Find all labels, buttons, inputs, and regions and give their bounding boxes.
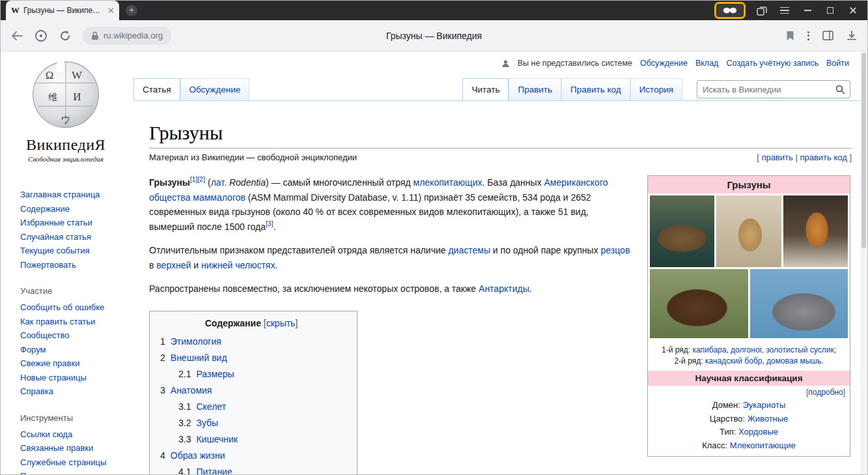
jerboa-photo[interactable] xyxy=(716,195,781,267)
value-link[interactable]: Млекопитающие xyxy=(730,440,796,450)
menu-icon[interactable] xyxy=(778,4,791,17)
toc-item[interactable]: 1Этимология xyxy=(160,334,343,350)
sidebar-item-main-page[interactable]: Заглавная страница xyxy=(20,188,124,202)
beaver-photo[interactable] xyxy=(650,269,748,338)
sidebar-item-donate[interactable]: Пожертвовать xyxy=(20,258,124,272)
table-of-contents: Содержание [скрыть] 1Этимология 2Внешний… xyxy=(149,311,357,475)
inline-link[interactable]: скрыть xyxy=(266,318,296,328)
toc-item[interactable]: 3.2Зубы xyxy=(160,415,343,431)
search-icon[interactable] xyxy=(835,85,850,94)
sidebar-item-report-error[interactable]: Сообщить об ошибке xyxy=(20,300,124,315)
tab-history[interactable]: История xyxy=(630,78,682,100)
inline-link[interactable]: нижней челюстях xyxy=(201,260,275,270)
sidebar-item-current-events[interactable]: Текущие события xyxy=(20,244,124,258)
search-input[interactable] xyxy=(697,81,835,98)
sidebar-item-what-links-here[interactable]: Ссылки сюда xyxy=(20,427,124,442)
personal-link-talk[interactable]: Обсуждение xyxy=(640,59,688,68)
sidebar-item-forum[interactable]: Форум xyxy=(20,343,124,357)
tab-read[interactable]: Читать xyxy=(462,78,509,100)
tab-close-icon[interactable] xyxy=(107,7,114,14)
golden-ground-squirrel-photo[interactable] xyxy=(783,195,848,267)
toc-item[interactable]: 4Образ жизни xyxy=(160,448,343,464)
kebab-menu-icon[interactable] xyxy=(807,31,809,40)
inline-link[interactable]: млекопитающих xyxy=(413,177,483,188)
text-span: ] xyxy=(847,152,852,162)
personal-link-create-account[interactable]: Создать учётную запись xyxy=(726,59,819,68)
tab-discussion[interactable]: Обсуждение xyxy=(180,78,250,100)
toc-item[interactable]: 3.1Скелет xyxy=(160,399,343,415)
inline-link[interactable]: золотистый суслик xyxy=(766,345,834,354)
close-button[interactable] xyxy=(847,4,860,17)
sidebar-item-related-changes[interactable]: Связанные правки xyxy=(20,441,124,455)
toc-item[interactable]: 2Внешний вид xyxy=(160,350,343,366)
close-icon xyxy=(849,7,857,14)
sidebar-item-recent-changes[interactable]: Свежие правки xyxy=(20,356,124,371)
personal-link-contributions[interactable]: Вклад xyxy=(695,59,719,68)
tab-edit[interactable]: Править xyxy=(509,78,561,100)
inline-link[interactable]: канадский бобр xyxy=(705,356,763,366)
wikipedia-favicon: W xyxy=(11,5,20,16)
sidebar-item-contents[interactable]: Содержание xyxy=(20,202,124,216)
taxobox-classification-header: Научная классификация xyxy=(648,371,850,386)
sidebar-item-community[interactable]: Сообщество xyxy=(20,328,124,343)
tab-groups-icon[interactable] xyxy=(755,4,768,17)
personal-link-login[interactable]: Войти xyxy=(826,59,849,68)
browser-tab[interactable]: W Грызуны — Википедия xyxy=(6,1,119,20)
reference-link[interactable]: [3] xyxy=(266,220,273,227)
bookmark-icon[interactable] xyxy=(786,31,794,41)
value-link[interactable]: Животные xyxy=(748,414,789,424)
new-tab-button[interactable]: + xyxy=(126,5,137,16)
inline-link[interactable]: капибара xyxy=(692,345,726,354)
reference-link[interactable]: [1] xyxy=(190,175,198,183)
inline-link[interactable]: лат. xyxy=(211,177,227,188)
scrollbar-thumb[interactable] xyxy=(861,53,866,248)
svg-text:Ω: Ω xyxy=(46,69,53,81)
inline-link[interactable]: подробно xyxy=(808,388,843,397)
wiki-main: Вы не представились системе Обсуждение В… xyxy=(124,51,867,474)
refresh-button[interactable] xyxy=(59,30,71,42)
inline-link[interactable]: править код xyxy=(800,152,847,162)
address-bar[interactable]: ru.wikipedia.org xyxy=(83,27,171,45)
inline-link[interactable]: домовая мышь xyxy=(766,356,821,366)
value-link[interactable]: Хордовые xyxy=(738,427,778,437)
sidebar-item-random[interactable]: Случайная статья xyxy=(20,230,124,244)
side-panel-icon[interactable] xyxy=(822,31,833,40)
toc-item[interactable]: 2.1Размеры xyxy=(160,366,343,382)
back-button[interactable] xyxy=(11,31,23,40)
taxobox-image-collage[interactable] xyxy=(648,194,850,340)
inline-link[interactable]: править xyxy=(761,152,792,162)
toc-item[interactable]: 3Анатомия xyxy=(160,382,343,399)
sidebar-item-featured[interactable]: Избранные статьи xyxy=(20,216,124,230)
minimize-button[interactable] xyxy=(801,4,814,17)
inline-link[interactable]: долгоног xyxy=(731,345,761,354)
capybara-photo[interactable] xyxy=(650,195,714,267)
house-mouse-photo[interactable] xyxy=(750,269,848,338)
classification-details-link[interactable]: [подробно] xyxy=(648,386,850,397)
caption-line-1: 1-й ряд: капибара, долгоног, золотистый … xyxy=(653,345,845,356)
sidebar-item-new-pages[interactable]: Новые страницы xyxy=(20,371,124,385)
sidebar-item-help[interactable]: Справка xyxy=(20,384,124,399)
sidebar-item-how-to-edit[interactable]: Как править статьи xyxy=(20,315,124,329)
inline-link[interactable]: Антарктиды xyxy=(479,283,529,294)
sidebar-item-special-pages[interactable]: Служебные страницы xyxy=(20,455,124,470)
tab-article[interactable]: Статья xyxy=(133,78,180,100)
text-span: ] xyxy=(295,318,298,328)
page-scrollbar[interactable] xyxy=(860,51,867,474)
sidebar-item-permanent-link[interactable]: Постоянная ссылка xyxy=(20,469,124,474)
inline-link[interactable]: верхней xyxy=(156,260,191,270)
incognito-mask-button[interactable] xyxy=(717,5,743,16)
maximize-button[interactable] xyxy=(824,4,837,17)
download-icon[interactable] xyxy=(847,31,857,41)
wikipedia-logo[interactable]: Ω W И 维 ウ ВикипедиЯ Свободная энциклопед… xyxy=(20,57,111,163)
tab-edit-source[interactable]: Править код xyxy=(561,78,630,100)
value-link[interactable]: Эукариоты xyxy=(742,400,785,410)
toc-hide-toggle[interactable]: [скрыть] xyxy=(264,318,298,328)
toc-item[interactable]: 3.3Кишечник xyxy=(160,431,343,448)
yandex-icon[interactable] xyxy=(35,29,48,42)
toc-item[interactable]: 4.1Питание xyxy=(160,464,343,475)
inline-link[interactable]: резцов xyxy=(601,245,630,255)
reference-link[interactable]: [2] xyxy=(197,175,205,183)
browser-window: W Грызуны — Википедия + xyxy=(0,0,868,475)
inline-link[interactable]: диастемы xyxy=(448,245,490,255)
text-span: . xyxy=(273,222,276,232)
